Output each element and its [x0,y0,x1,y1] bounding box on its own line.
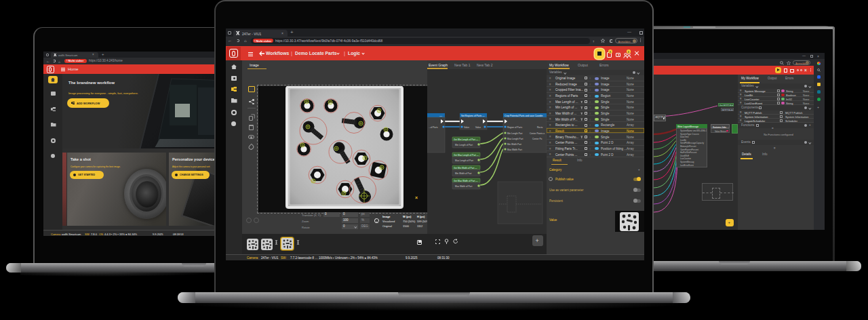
svg-text:Center Po: Center Po [532,138,542,140]
svg-text:Recta: Recta [537,126,543,129]
svg-text:—: — [439,114,442,117]
svg-text:Max Lenght Part: Max Lenght Part [507,138,524,140]
svg-text:Region of Parts: Region of Parts [507,126,522,129]
svg-text:Get Min Length of Part —: Get Min Length of Part — [454,138,479,141]
svg-text:Value: Value [475,126,481,129]
svg-text:Min Width of Part: Min Width of Part [455,172,472,175]
svg-text:Min Length of Part: Min Length of Part [455,144,473,146]
svg-text:Min Lenght Part: Min Lenght Part [507,132,523,135]
svg-text:Min Width Part: Min Width Part [507,143,521,146]
svg-text:Center Points o: Center Points o [530,132,545,135]
svg-text:Max Width of Part: Max Width of Part [455,185,472,188]
svg-text:Max Width Part: Max Width Part [507,148,522,151]
svg-text:Get Min Width of Part —: Get Min Width of Part — [454,167,477,169]
svg-text:Max Length of Part: Max Length of Part [455,159,473,162]
svg-text:...of Parts: ...of Parts [429,126,438,129]
svg-text:Set Regions of Parts —: Set Regions of Parts — [461,115,485,117]
svg-text:Get Max Width of Part —: Get Max Width of Part — [454,180,478,182]
svg-text:Crop Potential Parts and save: Crop Potential Parts and save Coordin [505,115,542,117]
svg-text:Value: Value [464,126,469,129]
svg-text:Get Max Length of Part —: Get Max Length of Part — [454,154,479,157]
